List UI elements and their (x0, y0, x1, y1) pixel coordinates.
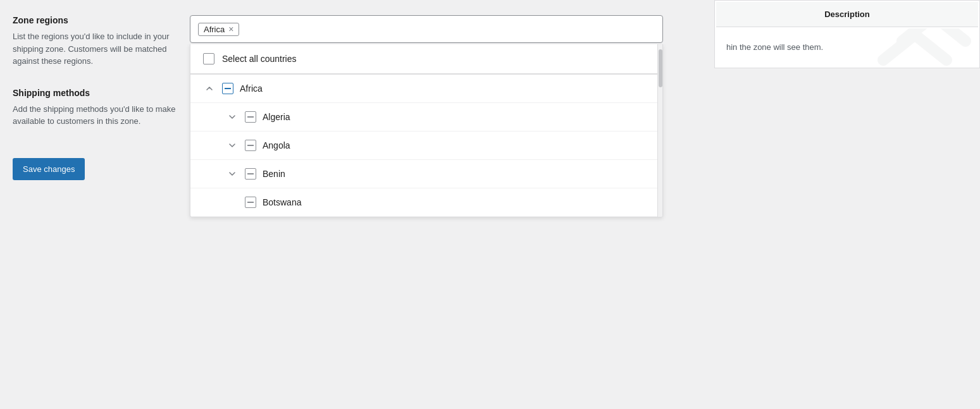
left-panel: Zone regions List the regions you'd like… (0, 0, 190, 409)
africa-tag-label: Africa (204, 25, 225, 34)
botswana-label: Botswana (263, 197, 301, 207)
africa-checkbox-partial-bar (225, 88, 231, 89)
zone-regions-title: Zone regions (13, 15, 177, 25)
benin-chevron-icon[interactable] (226, 168, 239, 180)
description-body: hin the zone will see them. (716, 28, 978, 66)
dropdown-inner: Select all countries Africa (190, 44, 662, 217)
select-all-row[interactable]: Select all countries (190, 44, 662, 74)
select-all-label: Select all countries (222, 54, 297, 64)
page-layout: Zone regions List the regions you'd like… (0, 0, 980, 409)
watermark-arrows (864, 28, 978, 66)
region-tag-input[interactable]: Africa × (190, 15, 663, 43)
angola-checkbox[interactable] (245, 140, 256, 151)
country-row-botswana[interactable]: Botswana (190, 188, 662, 217)
zone-regions-desc: List the regions you'd like to include i… (13, 30, 177, 68)
africa-checkbox[interactable] (222, 83, 233, 94)
description-text: hin the zone will see them. (726, 42, 823, 52)
africa-tag[interactable]: Africa × (198, 23, 239, 36)
botswana-checkbox-dash (247, 202, 254, 203)
description-table: Description hin the zone will see them. (714, 0, 980, 68)
benin-label: Benin (263, 169, 285, 179)
region-dropdown: Select all countries Africa (190, 44, 663, 217)
algeria-label: Algeria (263, 112, 290, 122)
shipping-methods-title: Shipping methods (13, 88, 177, 98)
tag-input-container: Africa × Select all countries (190, 15, 663, 43)
center-area: Africa × Select all countries (190, 0, 714, 409)
algeria-chevron-icon[interactable] (226, 111, 239, 123)
dropdown-scrollbar[interactable] (657, 44, 662, 217)
region-row-africa[interactable]: Africa (190, 75, 662, 103)
africa-chevron-up-icon[interactable] (203, 82, 216, 95)
angola-chevron-icon[interactable] (226, 139, 239, 152)
country-row-benin[interactable]: Benin (190, 160, 662, 188)
country-row-algeria[interactable]: Algeria (190, 103, 662, 131)
save-changes-button[interactable]: Save changes (13, 158, 85, 180)
select-all-checkbox[interactable] (203, 53, 214, 64)
benin-checkbox-dash (247, 173, 254, 174)
africa-tag-remove[interactable]: × (228, 25, 233, 34)
angola-checkbox-dash (247, 145, 254, 146)
benin-checkbox[interactable] (245, 168, 256, 180)
scrollbar-thumb (659, 49, 662, 87)
algeria-checkbox-dash (247, 116, 254, 118)
algeria-checkbox[interactable] (245, 111, 256, 123)
botswana-checkbox[interactable] (245, 197, 256, 208)
description-header: Description (716, 2, 978, 27)
shipping-methods-desc: Add the shipping methods you'd like to m… (13, 103, 177, 128)
country-row-angola[interactable]: Angola (190, 131, 662, 160)
africa-region-label: Africa (240, 83, 263, 94)
right-panel: Description hin the zone will see them. (714, 0, 980, 409)
angola-label: Angola (263, 140, 290, 150)
